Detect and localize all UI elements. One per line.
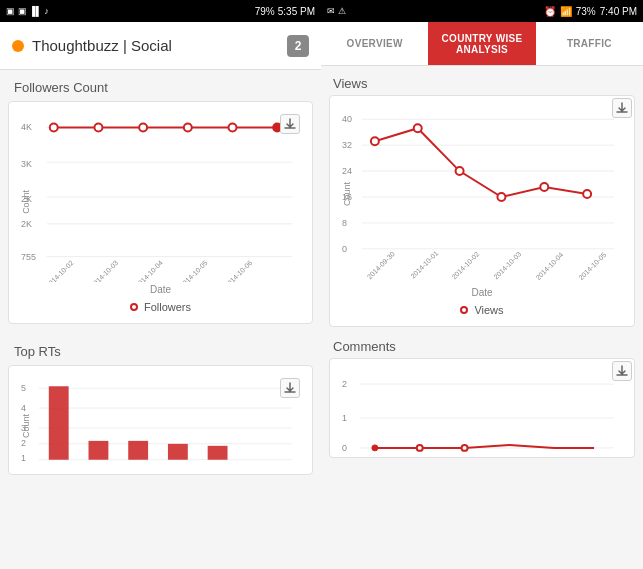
svg-point-11 <box>50 124 58 132</box>
right-content-area: Views 40 32 24 16 8 0 Count <box>321 66 643 569</box>
followers-section-title: Followers Count <box>0 70 321 101</box>
views-x-axis-label: Date <box>340 287 624 298</box>
svg-text:2014-10-03: 2014-10-03 <box>89 259 119 282</box>
top-rts-chart-svg: 5 4 3 2 1 Count <box>19 376 302 471</box>
svg-point-12 <box>94 124 102 132</box>
svg-point-56 <box>583 190 591 198</box>
followers-legend-label: Followers <box>144 301 191 313</box>
right-battery: 73% <box>576 6 596 17</box>
right-time: 7:40 PM <box>600 6 637 17</box>
svg-rect-33 <box>49 386 69 459</box>
svg-text:0: 0 <box>342 244 347 254</box>
svg-point-71 <box>462 445 468 451</box>
views-legend: Views <box>340 304 624 316</box>
left-panel: ▣ ▣ ▐▌ ♪ 79% 5:35 PM Thoughtbuzz | Socia… <box>0 0 321 569</box>
svg-text:Count: Count <box>21 414 31 438</box>
comments-title: Comments <box>329 339 635 354</box>
left-status-icons: ▣ ▣ ▐▌ ♪ <box>6 6 49 16</box>
svg-rect-37 <box>208 446 228 460</box>
svg-text:2K: 2K <box>21 219 32 229</box>
svg-text:2014-10-02: 2014-10-02 <box>450 250 480 280</box>
battery-icon: 79% <box>255 6 275 17</box>
svg-text:8: 8 <box>342 218 347 228</box>
app-logo-dot <box>12 40 24 52</box>
svg-point-15 <box>229 124 237 132</box>
app-title: Thoughtbuzz | Social <box>32 37 279 54</box>
svg-rect-34 <box>89 441 109 460</box>
svg-text:0: 0 <box>342 443 347 453</box>
followers-chart-svg: 4K 3K 2K 2K 755 Count <box>19 112 302 282</box>
svg-point-55 <box>540 183 548 191</box>
status-bar-right: ✉ ⚠ ⏰ 📶 73% 7:40 PM <box>321 0 643 22</box>
tabs-bar: OVERVIEW COUNTRY WISE ANALYSIS TRAFFIC <box>321 22 643 66</box>
svg-text:4K: 4K <box>21 122 32 132</box>
views-legend-icon <box>460 306 468 314</box>
right-panel: ✉ ⚠ ⏰ 📶 73% 7:40 PM OVERVIEW COUNTRY WIS… <box>321 0 643 569</box>
svg-text:2014-10-05: 2014-10-05 <box>179 259 209 282</box>
svg-text:2014-10-02: 2014-10-02 <box>45 259 75 282</box>
svg-text:2014-09-30: 2014-09-30 <box>366 250 396 280</box>
time-display: 5:35 PM <box>278 6 315 17</box>
svg-point-69 <box>372 445 378 451</box>
notification-badge[interactable]: 2 <box>287 35 309 57</box>
svg-text:2014-10-04: 2014-10-04 <box>534 251 564 281</box>
svg-text:Count: Count <box>21 190 31 214</box>
svg-rect-35 <box>128 441 148 460</box>
views-legend-label: Views <box>474 304 503 316</box>
status-bar-left: ▣ ▣ ▐▌ ♪ 79% 5:35 PM <box>0 0 321 22</box>
svg-rect-36 <box>168 444 188 460</box>
svg-text:1: 1 <box>342 413 347 423</box>
svg-text:2014-10-04: 2014-10-04 <box>134 259 164 282</box>
comments-download-button[interactable] <box>612 361 632 381</box>
svg-text:24: 24 <box>342 166 352 176</box>
top-rts-chart-area: 5 4 3 2 1 Count <box>19 376 302 475</box>
right-status-icons: 79% 5:35 PM <box>255 6 315 17</box>
tab-overview[interactable]: OVERVIEW <box>321 22 428 65</box>
svg-point-54 <box>497 193 505 201</box>
followers-legend-icon <box>130 303 138 311</box>
top-rts-download-button[interactable] <box>280 378 300 398</box>
svg-point-53 <box>456 167 464 175</box>
svg-text:1: 1 <box>21 453 26 463</box>
followers-chart-area: 4K 3K 2K 2K 755 Count <box>19 112 302 292</box>
wifi-icon: 📶 <box>560 6 572 17</box>
top-rts-title: Top RTs <box>0 334 321 365</box>
svg-point-13 <box>139 124 147 132</box>
svg-text:5: 5 <box>21 383 26 393</box>
svg-text:2014-10-06: 2014-10-06 <box>223 259 253 282</box>
top-rts-card: 5 4 3 2 1 Count <box>8 365 313 475</box>
views-download-button[interactable] <box>612 98 632 118</box>
svg-text:4: 4 <box>21 403 26 413</box>
svg-text:2: 2 <box>21 438 26 448</box>
comments-chart-card: 2 1 0 <box>329 358 635 458</box>
views-chart-card: 40 32 24 16 8 0 Count <box>329 95 635 327</box>
right-status-right: ⏰ 📶 73% 7:40 PM <box>544 6 637 17</box>
svg-point-51 <box>371 137 379 145</box>
svg-text:755: 755 <box>21 252 36 262</box>
comments-chart-svg: 2 1 0 <box>340 369 624 458</box>
svg-text:2014-10-01: 2014-10-01 <box>409 250 439 280</box>
views-section: Views 40 32 24 16 8 0 Count <box>321 70 643 333</box>
svg-text:2: 2 <box>342 379 347 389</box>
svg-point-52 <box>414 124 422 132</box>
svg-text:40: 40 <box>342 114 352 124</box>
views-title: Views <box>329 76 635 91</box>
svg-text:2014-10-03: 2014-10-03 <box>492 250 522 280</box>
alarm-icon: ⏰ <box>544 6 556 17</box>
svg-text:Count: Count <box>342 182 352 206</box>
svg-text:32: 32 <box>342 140 352 150</box>
svg-point-14 <box>184 124 192 132</box>
tab-traffic[interactable]: TRAFFIC <box>536 22 643 65</box>
notification-icons: ▣ ▣ ▐▌ ♪ <box>6 6 49 16</box>
followers-chart-card: 4K 3K 2K 2K 755 Count <box>8 101 313 324</box>
svg-point-70 <box>417 445 423 451</box>
followers-download-button[interactable] <box>280 114 300 134</box>
svg-text:2014-10-05: 2014-10-05 <box>577 251 607 281</box>
views-chart-svg: 40 32 24 16 8 0 Count <box>340 106 624 281</box>
followers-legend: Followers <box>19 301 302 313</box>
right-notification-icons: ✉ ⚠ <box>327 6 346 16</box>
comments-section: Comments 2 1 0 <box>321 333 643 464</box>
svg-text:3K: 3K <box>21 159 32 169</box>
tab-country-wise[interactable]: COUNTRY WISE ANALYSIS <box>428 22 535 65</box>
app-header: Thoughtbuzz | Social 2 <box>0 22 321 70</box>
